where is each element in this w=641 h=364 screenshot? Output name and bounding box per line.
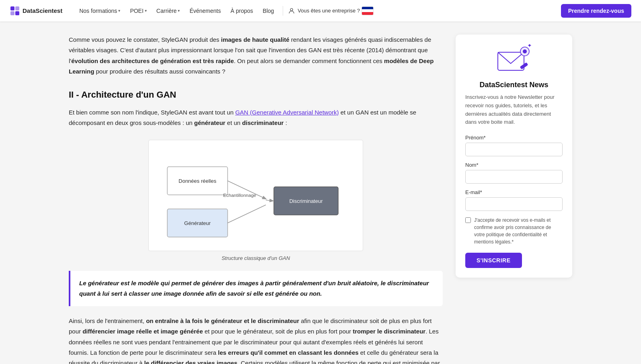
body-bold-4: les erreurs qu'il commet en classant les…	[218, 349, 359, 356]
highlight-text: Le générateur est le modèle qui permet d…	[79, 280, 429, 297]
nom-group: Nom*	[465, 162, 563, 184]
section-text-1: Et bien comme son nom l'indique, StyleGA…	[69, 109, 235, 116]
nav-blog[interactable]: Blog	[259, 5, 278, 16]
diagram-caption: Structure classique d'un GAN	[222, 255, 290, 261]
sidebar-desc: Inscrivez-vous à notre Newsletter pour r…	[465, 93, 563, 127]
newsletter-icon-area: ✦	[465, 44, 563, 74]
section-bold-2: discriminateur	[242, 119, 284, 126]
email-group: E-mail*	[465, 189, 563, 211]
nom-label: Nom*	[465, 162, 563, 168]
flag-white	[362, 9, 373, 12]
chevron-down-icon: ▾	[118, 8, 120, 13]
main-content: Comme vous pouvez le constater, StyleGAN…	[69, 35, 443, 364]
chevron-down-icon: ▾	[178, 8, 180, 13]
logo-icon	[10, 6, 20, 16]
email-label: E-mail*	[465, 189, 563, 195]
intro-paragraph: Comme vous pouvez le constater, StyleGAN…	[69, 35, 443, 77]
nav-divider	[283, 6, 283, 16]
intro-text-3: . On peut alors se demander comment fonc…	[234, 57, 384, 64]
body-bold-2: différencier image réelle et image génér…	[82, 328, 203, 335]
diagram-svg: Données réelles Générateur Discriminateu…	[148, 140, 363, 251]
section-heading: II - Architecture d'un GAN	[69, 90, 443, 100]
nav-apropos[interactable]: À propos	[226, 5, 257, 16]
submit-button[interactable]: S'INSCRIRE	[465, 253, 522, 268]
intro-bold-2: évolution des architectures de génératio…	[71, 57, 234, 64]
cta-button[interactable]: Prendre rendez-vous	[561, 4, 631, 18]
discriminateur-label: Discriminateur	[289, 198, 323, 204]
sidebar-title: DataScientest News	[465, 81, 563, 89]
body-text-3: et pour que le générateur, soit de plus …	[203, 328, 353, 335]
navbar-links: Nos formations ▾ POEI ▾ Carrière ▾ Événe…	[75, 5, 561, 16]
gan-diagram: Données réelles Générateur Discriminateu…	[155, 147, 356, 243]
body-paragraph: Ainsi, lors de l'entrainement, on entraî…	[69, 316, 443, 364]
logo[interactable]: DataScientest	[10, 6, 62, 16]
navbar: DataScientest Nos formations ▾ POEI ▾ Ca…	[0, 0, 641, 22]
svg-point-13	[523, 49, 527, 53]
body-bold-1: on entraîne à la fois le générateur et l…	[146, 317, 299, 324]
flag-blue	[362, 7, 373, 10]
gan-link[interactable]: GAN (Generative Adversarial Network)	[235, 109, 339, 116]
nom-input[interactable]	[465, 170, 563, 184]
diagram-container: Données réelles Générateur Discriminateu…	[69, 140, 443, 261]
svg-rect-2	[10, 11, 14, 15]
section-bold-1: générateur	[194, 119, 226, 126]
consent-label: J'accepte de recevoir vos e-mails et con…	[474, 217, 563, 245]
consent-checkbox[interactable]	[465, 217, 471, 223]
sidebar: ✦ DataScientest News Inscrivez-vous à no…	[456, 35, 572, 364]
svg-rect-3	[15, 11, 19, 15]
donnees-label: Données réelles	[179, 178, 216, 184]
svg-line-9	[228, 205, 266, 223]
prenom-group: Prénom*	[465, 135, 563, 156]
page-wrapper: Comme vous pouvez le constater, StyleGAN…	[59, 22, 582, 364]
sidebar-card: ✦ DataScientest News Inscrivez-vous à no…	[456, 35, 572, 278]
svg-line-10	[266, 200, 273, 201]
intro-bold-1: images de haute qualité	[221, 36, 290, 43]
enterprise-link[interactable]: Vous êtes une entreprise ?	[288, 7, 360, 14]
highlight-block: Le générateur est le modèle qui permet d…	[69, 271, 443, 307]
section-paragraph: Et bien comme son nom l'indique, StyleGA…	[69, 107, 443, 129]
navbar-right: Prendre rendez-vous	[561, 4, 631, 18]
body-text-1: Ainsi, lors de l'entrainement,	[69, 317, 146, 324]
svg-rect-0	[10, 6, 14, 10]
intro-text-1: Comme vous pouvez le constater, StyleGAN…	[69, 36, 221, 43]
chevron-down-icon: ▾	[145, 8, 147, 13]
svg-rect-1	[15, 6, 19, 10]
generateur-label: Générateur	[184, 220, 211, 226]
nav-evenements[interactable]: Événements	[185, 5, 225, 16]
svg-text:✦: ✦	[527, 44, 532, 49]
svg-point-4	[290, 8, 293, 11]
section-text-4: :	[284, 119, 287, 126]
flag-red	[362, 12, 373, 15]
nav-poei[interactable]: POEI ▾	[126, 5, 150, 16]
email-input[interactable]	[465, 197, 563, 211]
nav-carriere[interactable]: Carrière ▾	[152, 5, 184, 16]
intro-text-4: pour produire des résultats aussi convai…	[94, 68, 225, 75]
consent-row: J'accepte de recevoir vos e-mails et con…	[465, 217, 563, 245]
newsletter-icon: ✦	[496, 44, 532, 74]
section-text-3: et un	[225, 119, 242, 126]
language-flag[interactable]	[362, 6, 374, 15]
body-bold-5: le différencier des vraies images	[144, 360, 238, 364]
echantillonnage-label: Echantillonnage	[223, 193, 256, 198]
prenom-label: Prénom*	[465, 135, 563, 141]
nav-nos-formations[interactable]: Nos formations ▾	[75, 5, 124, 16]
enterprise-icon	[288, 7, 295, 14]
logo-text: DataScientest	[23, 7, 62, 14]
prenom-input[interactable]	[465, 143, 563, 156]
svg-rect-11	[498, 52, 524, 70]
body-bold-3: tromper le discriminateur	[353, 328, 425, 335]
